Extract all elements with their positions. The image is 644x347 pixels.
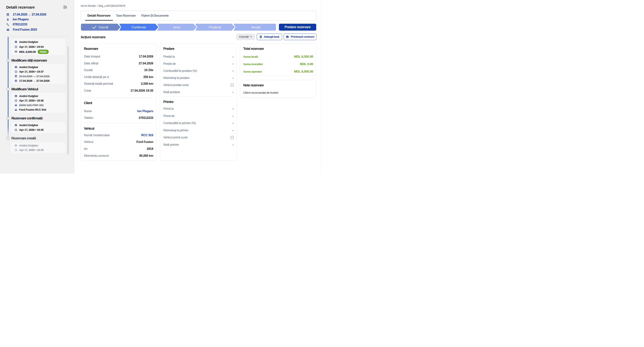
svg-text:Confirmat: Confirmat	[132, 26, 146, 29]
svg-text:Activ: Activ	[173, 26, 180, 29]
svg-text:Ciornă: Ciornă	[98, 26, 108, 29]
svg-text:Anulat: Anulat	[251, 26, 260, 29]
svg-text:Finalizat: Finalizat	[209, 26, 221, 29]
